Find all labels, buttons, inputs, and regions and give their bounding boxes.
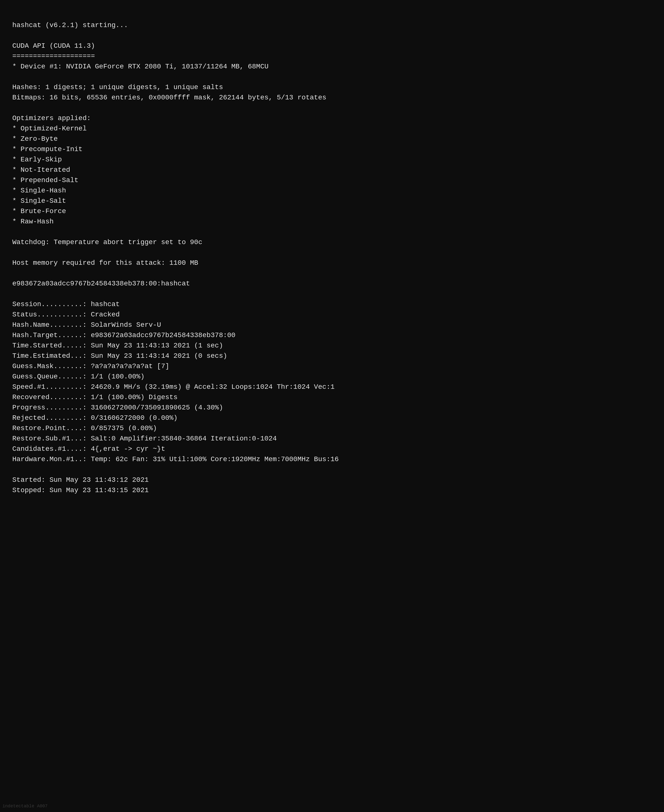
terminal-line: Status...........: Cracked xyxy=(12,310,652,320)
terminal-line: * Zero-Byte xyxy=(12,134,652,144)
terminal-line: Hash.Name........: SolarWinds Serv-U xyxy=(12,320,652,330)
terminal-line: * Not-Iterated xyxy=(12,165,652,175)
terminal-line xyxy=(12,227,652,237)
terminal-line: Restore.Point....: 0/857375 (0.00%) xyxy=(12,423,652,434)
terminal-line: * Precompute-Init xyxy=(12,144,652,155)
terminal-line xyxy=(12,31,652,41)
terminal-line: Watchdog: Temperature abort trigger set … xyxy=(12,237,652,248)
terminal-output: hashcat (v6.2.1) starting...CUDA API (CU… xyxy=(12,10,652,496)
terminal-line: Guess.Queue......: 1/1 (100.00%) xyxy=(12,372,652,382)
terminal-line xyxy=(12,72,652,82)
terminal-line: Restore.Sub.#1...: Salt:0 Amplifier:3584… xyxy=(12,434,652,444)
terminal-line: Time.Estimated...: Sun May 23 11:43:14 2… xyxy=(12,351,652,361)
terminal-line: Progress.........: 31606272000/735091890… xyxy=(12,403,652,413)
terminal-line: Host memory required for this attack: 11… xyxy=(12,258,652,268)
terminal-line: Hash.Target......: e983672a03adcc9767b24… xyxy=(12,330,652,341)
terminal-line: hashcat (v6.2.1) starting... xyxy=(12,20,652,31)
terminal-line: Guess.Mask.......: ?a?a?a?a?a?a?at [7] xyxy=(12,361,652,372)
terminal-line: CUDA API (CUDA 11.3) xyxy=(12,41,652,51)
terminal-line: Session..........: hashcat xyxy=(12,299,652,310)
terminal-line: * Raw-Hash xyxy=(12,217,652,227)
terminal-line: Candidates.#1....: 4{,erat -> cyr ~}t xyxy=(12,444,652,454)
terminal-line xyxy=(12,103,652,113)
terminal-line: Optimizers applied: xyxy=(12,113,652,124)
terminal-line: Rejected.........: 0/31606272000 (0.00%) xyxy=(12,413,652,423)
terminal-line: Recovered........: 1/1 (100.00%) Digests xyxy=(12,392,652,403)
terminal-line: Started: Sun May 23 11:43:12 2021 xyxy=(12,475,652,485)
terminal-line xyxy=(12,289,652,299)
terminal-line: e983672a03adcc9767b24584338eb378:00:hash… xyxy=(12,279,652,289)
terminal-line: Hardware.Mon.#1..: Temp: 62c Fan: 31% Ut… xyxy=(12,454,652,465)
terminal-line: * Optimized-Kernel xyxy=(12,124,652,134)
terminal-line: * Single-Salt xyxy=(12,196,652,206)
terminal-line: * Prepended-Salt xyxy=(12,175,652,186)
terminal-line xyxy=(12,248,652,258)
terminal-line: * Early-Skip xyxy=(12,155,652,165)
terminal-line xyxy=(12,465,652,475)
watermark-text: indetectable A007 xyxy=(2,803,48,810)
terminal-line xyxy=(12,268,652,279)
terminal-line: ==================== xyxy=(12,51,652,62)
terminal-line: * Device #1: NVIDIA GeForce RTX 2080 Ti,… xyxy=(12,62,652,72)
terminal-line: Time.Started.....: Sun May 23 11:43:13 2… xyxy=(12,341,652,351)
terminal-line: Hashes: 1 digests; 1 unique digests, 1 u… xyxy=(12,82,652,93)
terminal-line: * Brute-Force xyxy=(12,206,652,217)
terminal-line: * Single-Hash xyxy=(12,186,652,196)
terminal-line: Stopped: Sun May 23 11:43:15 2021 xyxy=(12,485,652,496)
terminal-line: Bitmaps: 16 bits, 65536 entries, 0x0000f… xyxy=(12,93,652,103)
terminal-line: Speed.#1.........: 24620.9 MH/s (32.19ms… xyxy=(12,382,652,392)
